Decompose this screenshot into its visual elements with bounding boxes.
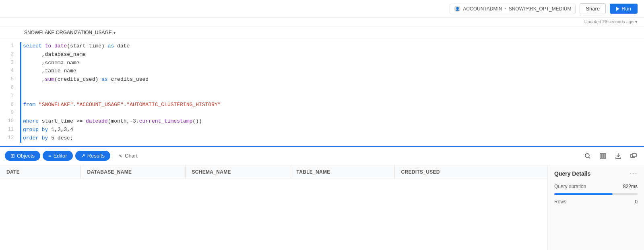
line-content-12: order by 5 desc; — [20, 134, 644, 143]
tab-objects[interactable]: ⊞ Objects — [5, 151, 40, 161]
line-content-6 — [20, 84, 644, 92]
timestamp-bar: Updated 26 seconds ago ▾ — [0, 18, 644, 27]
chart-label: Chart — [125, 153, 138, 159]
search-button[interactable] — [582, 150, 593, 162]
code-line-1: 1 select to_date(start_time) as date — [0, 42, 644, 51]
search-icon — [584, 153, 591, 159]
line-num-11: 11 — [0, 126, 20, 133]
top-bar: 👤 ACCOUNTADMIN • SNOWPARK_OPT_MEDIUM Sha… — [0, 0, 644, 18]
columns-icon — [600, 153, 606, 159]
line-num-9: 9 — [0, 109, 20, 117]
col-table-name: TABLE_NAME — [290, 165, 394, 179]
line-content-8: from "SNOWFLAKE"."ACCOUNT_USAGE"."AUTOMA… — [20, 101, 644, 109]
timestamp-text: Updated 26 seconds ago — [584, 19, 634, 25]
line-content-9 — [20, 109, 644, 117]
rows-label: Rows — [554, 199, 566, 205]
code-line-10: 10 where start_time >= dateadd(month,-3,… — [0, 117, 644, 126]
timestamp-chevron: ▾ — [635, 19, 638, 25]
expand-icon — [630, 153, 637, 159]
duration-progress-fill — [554, 193, 613, 195]
results-label: Results — [87, 153, 105, 159]
col-schema-name: SCHEMA_NAME — [185, 165, 290, 179]
schema-bar: SNOWFLAKE.ORGANIZATION_USAGE ▾ — [0, 27, 644, 39]
rows-value: 0 — [635, 199, 638, 205]
line-num-4: 4 — [0, 67, 20, 75]
share-button[interactable]: Share — [580, 3, 606, 14]
line-content-10: where start_time >= dateadd(month,-3,cur… — [20, 117, 644, 126]
query-details-panel: Query Details ··· Query duration 822ms R… — [547, 165, 644, 250]
toolbar-tabs: ⊞ Objects ≡ Editor ↗ Results ∿ Chart — [0, 147, 644, 165]
line-num-3: 3 — [0, 59, 20, 67]
col-database-name: DATABASE_NAME — [80, 165, 185, 179]
user-info[interactable]: 👤 ACCOUNTADMIN • SNOWPARK_OPT_MEDIUM — [450, 4, 576, 14]
play-icon — [616, 7, 619, 11]
line-num-5: 5 — [0, 76, 20, 83]
line-num-6: 6 — [0, 84, 20, 92]
user-icon: 👤 — [454, 6, 460, 12]
svg-line-1 — [589, 157, 590, 158]
results-main: DATE DATABASE_NAME SCHEMA_NAME TABLE_NAM… — [0, 165, 547, 250]
line-content-11: group by 1,2,3,4 — [20, 126, 644, 134]
line-num-2: 2 — [0, 51, 20, 58]
username-label: ACCOUNTADMIN — [463, 6, 502, 12]
code-line-2: 2 ,database_name — [0, 51, 644, 59]
schema-chevron-icon: ▾ — [114, 31, 116, 35]
table-header-row: DATE DATABASE_NAME SCHEMA_NAME TABLE_NAM… — [0, 165, 547, 179]
download-icon — [615, 153, 621, 159]
col-date: DATE — [0, 165, 80, 179]
duration-value: 822ms — [623, 184, 638, 189]
tab-editor[interactable]: ≡ Editor — [43, 151, 73, 161]
duration-progress-container — [554, 193, 638, 195]
schema-name: SNOWFLAKE.ORGANIZATION_USAGE — [24, 30, 112, 35]
editor-label: Editor — [54, 153, 67, 159]
download-button[interactable] — [613, 150, 624, 162]
code-line-5: 5 ,sum(credits_used) as credits_used — [0, 76, 644, 84]
line-num-1: 1 — [0, 42, 20, 50]
svg-rect-2 — [600, 154, 602, 158]
line-content-1: select to_date(start_time) as date — [20, 42, 644, 51]
editor-icon: ≡ — [48, 153, 52, 159]
code-line-6: 6 — [0, 84, 644, 92]
no-results-message: Query produced no results — [0, 179, 547, 250]
columns-button[interactable] — [597, 150, 609, 162]
toolbar-right — [582, 150, 639, 162]
line-content-5: ,sum(credits_used) as credits_used — [20, 76, 644, 84]
results-table: DATE DATABASE_NAME SCHEMA_NAME TABLE_NAM… — [0, 165, 547, 179]
code-line-7: 7 — [0, 92, 644, 101]
tab-chart[interactable]: ∿ Chart — [113, 151, 143, 161]
line-num-7: 7 — [0, 92, 20, 100]
rows-row: Rows 0 — [554, 199, 638, 205]
tab-results[interactable]: ↗ Results — [75, 151, 110, 161]
chart-icon: ∿ — [118, 153, 123, 159]
panel-header: Query Details ··· — [554, 170, 638, 177]
line-num-8: 8 — [0, 101, 20, 109]
code-line-9: 9 — [0, 109, 644, 117]
objects-icon: ⊞ — [10, 153, 15, 159]
line-num-12: 12 — [0, 134, 20, 142]
svg-rect-3 — [602, 154, 604, 158]
schema-selector[interactable]: SNOWFLAKE.ORGANIZATION_USAGE ▾ — [24, 30, 620, 35]
objects-label: Objects — [17, 153, 35, 159]
results-area: DATE DATABASE_NAME SCHEMA_NAME TABLE_NAM… — [0, 165, 644, 250]
line-content-7 — [20, 92, 644, 101]
run-label: Run — [621, 6, 631, 12]
duration-label: Query duration — [554, 184, 586, 189]
panel-menu-button[interactable]: ··· — [630, 170, 638, 177]
code-line-11: 11 group by 1,2,3,4 — [0, 126, 644, 134]
code-line-3: 3 ,schema_name — [0, 59, 644, 68]
code-line-8: 8 from "SNOWFLAKE"."ACCOUNT_USAGE"."AUTO… — [0, 101, 644, 109]
run-button[interactable]: Run — [610, 4, 638, 14]
separator-dot: • — [504, 6, 506, 12]
warehouse-label: SNOWPARK_OPT_MEDIUM — [509, 6, 572, 12]
svg-rect-6 — [632, 154, 636, 157]
col-credits-used: CREDITS_USED — [394, 165, 547, 179]
editor-area[interactable]: 1 select to_date(start_time) as date 2 ,… — [0, 39, 644, 147]
line-content-3: ,schema_name — [20, 59, 644, 68]
expand-button[interactable] — [628, 150, 639, 162]
panel-title: Query Details — [554, 170, 590, 177]
line-content-4: ,table_name — [20, 67, 644, 76]
code-line-12: 12 order by 5 desc; — [0, 134, 644, 143]
duration-row: Query duration 822ms — [554, 184, 638, 189]
code-line-4: 4 ,table_name — [0, 67, 644, 76]
results-icon: ↗ — [81, 153, 85, 159]
